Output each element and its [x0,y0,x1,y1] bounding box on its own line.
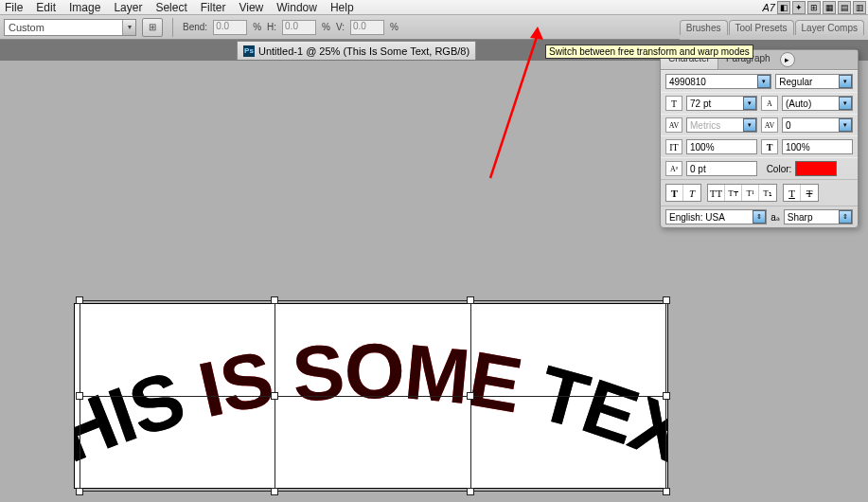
menubar-icon-5[interactable]: ▤ [838,1,851,14]
allcaps-button[interactable]: TT [708,185,725,201]
leading-icon: A [761,96,778,111]
transform-handle-t1[interactable] [271,296,278,304]
antialias-value: Sharp [788,212,813,223]
chevron-down-icon: ▾ [839,75,852,88]
menu-window[interactable]: Window [276,1,317,14]
topright-label: A7 [763,2,775,13]
v-input[interactable]: 0.0 [350,20,384,35]
transform-handle-tr[interactable] [663,296,670,304]
tracking-select[interactable]: 0▾ [782,117,853,133]
chevron-down-icon: ▾ [743,97,756,110]
divider [172,18,173,37]
svg-marker-5 [530,27,543,40]
menu-edit[interactable]: Edit [36,1,56,14]
vscale-input[interactable]: 100% [686,139,757,154]
character-panel[interactable]: Character Paragraph ▸ 4990810▾ Regular▾ … [660,49,859,228]
font-style-select[interactable]: Regular▾ [775,74,853,89]
annotation-arrow [432,27,555,188]
v-label: V: [336,22,345,32]
transform-handle-bl[interactable] [76,488,83,495]
kerning-value: Metrics [690,120,720,131]
bend-input[interactable]: 0.0 [213,20,247,35]
transform-bounding-box[interactable] [80,300,666,492]
baseline-input[interactable]: 0 pt [686,161,757,176]
transform-handle-b1[interactable] [271,488,278,495]
color-label: Color: [767,164,792,174]
kerning-icon: AV [665,117,682,133]
tab-tool-presets[interactable]: Tool Presets [729,20,794,35]
vscale-icon: IT [665,139,682,154]
faux-style-group: T T [665,184,701,202]
pct-1: % [253,22,261,32]
decoration-group: T T [783,184,819,202]
tooltip: Switch between free transform and warp m… [545,45,753,59]
menu-file[interactable]: File [5,1,23,14]
menubar-icon-4[interactable]: ▦ [823,1,836,14]
menu-view[interactable]: View [239,1,263,14]
tracking-icon: AV [761,117,778,133]
tracking-value: 0 [786,120,791,131]
menu-layer[interactable]: Layer [114,1,142,14]
transform-handle-t2[interactable] [467,296,474,304]
font-size-icon: T [665,96,682,111]
pct-2: % [322,22,330,32]
warp-orientation-button[interactable]: ⊞ [142,18,163,37]
font-family-value: 4990810 [669,77,706,87]
language-select[interactable]: English: USA⇕ [665,209,767,224]
hscale-input[interactable]: 100% [782,139,853,154]
menubar-icon-2[interactable]: ✦ [792,1,806,14]
tab-brushes[interactable]: Brushes [680,20,728,35]
faux-italic-button[interactable]: T [683,185,700,201]
hscale-icon: T [761,139,778,154]
font-style-value: Regular [779,77,812,87]
chevron-updown-icon: ⇕ [753,210,766,224]
text-color-swatch[interactable] [795,161,837,176]
faux-bold-button[interactable]: T [666,185,683,201]
bend-label: Bend: [183,22,207,32]
svg-line-4 [490,34,538,178]
chevron-down-icon: ▾ [757,75,771,88]
case-style-group: TT Tᴛ T¹ T₁ [707,184,777,202]
smallcaps-button[interactable]: Tᴛ [725,185,742,201]
font-size-value: 72 pt [690,99,711,109]
transform-handle-m1[interactable] [271,392,278,400]
transform-handle-m2[interactable] [467,392,474,400]
font-family-select[interactable]: 4990810▾ [665,74,771,89]
chevron-updown-icon: ⇕ [839,210,852,224]
chevron-down-icon: ▾ [743,118,756,132]
warp-style-label: Custom [9,22,44,33]
chevron-down-icon: ▾ [839,118,852,132]
chevron-down-icon: ▾ [839,97,852,110]
h-label: H: [267,22,276,32]
baseline-icon: Aª [665,161,682,176]
tab-layer-comps[interactable]: Layer Comps [795,20,864,35]
h-input[interactable]: 0.0 [282,20,316,35]
superscript-button[interactable]: T¹ [742,185,759,201]
pct-3: % [390,22,399,32]
menu-filter[interactable]: Filter [201,1,226,14]
transform-handle-b2[interactable] [467,488,474,495]
transform-handle-br[interactable] [663,488,670,495]
menubar-icon-3[interactable]: ⊞ [807,1,821,14]
menu-image[interactable]: Image [69,1,100,14]
panel-menu-icon[interactable]: ▸ [780,52,795,67]
font-size-select[interactable]: 72 pt▾ [686,96,757,111]
warp-style-dropdown[interactable]: Custom ▾ [4,19,136,36]
transform-handle-ml[interactable] [76,392,83,400]
strikethrough-button[interactable]: T [801,185,818,201]
transform-handle-mr[interactable] [663,392,670,400]
underline-button[interactable]: T [784,185,801,201]
menubar-icon-1[interactable]: ◧ [777,1,790,14]
leading-select[interactable]: (Auto)▾ [782,96,853,111]
antialias-select[interactable]: Sharp⇕ [784,209,853,224]
chevron-down-icon: ▾ [122,20,135,35]
subscript-button[interactable]: T₁ [759,185,776,201]
menu-select[interactable]: Select [155,1,186,14]
kerning-select[interactable]: Metrics▾ [686,117,757,133]
menubar-icon-6[interactable]: ▥ [853,1,866,14]
ps-file-icon: Ps [243,45,255,57]
menu-help[interactable]: Help [330,1,354,14]
leading-value: (Auto) [786,99,811,109]
transform-handle-tl[interactable] [76,296,83,304]
aa-label: aₐ [771,212,780,223]
